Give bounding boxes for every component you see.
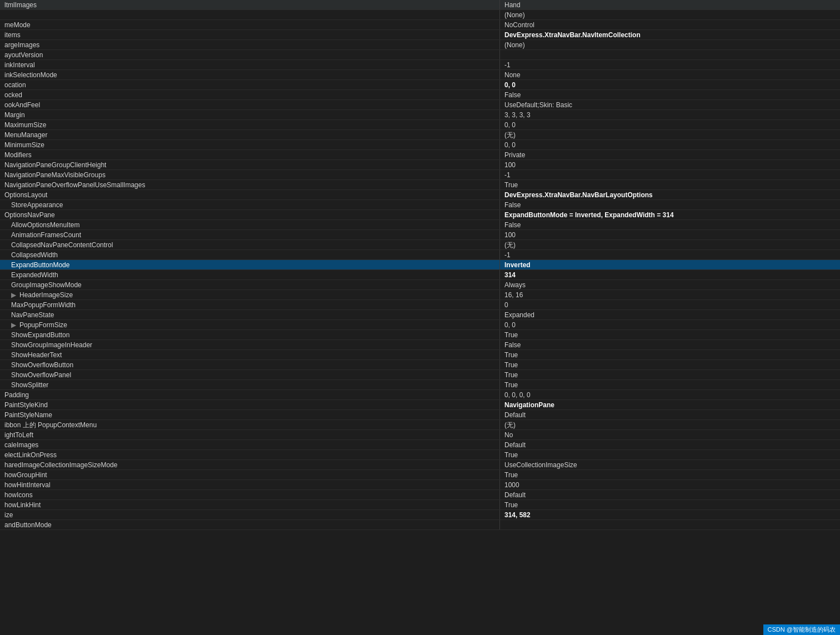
property-value: False	[500, 90, 840, 99]
property-name: ize	[0, 510, 500, 519]
table-row[interactable]: ize314, 582	[0, 510, 840, 520]
table-row[interactable]: ocation0, 0	[0, 80, 840, 90]
property-value: 100	[500, 230, 840, 239]
property-value: 0, 0	[500, 120, 840, 129]
expand-arrow-icon[interactable]: ▶	[11, 290, 18, 299]
table-row[interactable]: PaintStyleKindNavigationPane	[0, 400, 840, 410]
property-value: UseDefault;Skin: Basic	[500, 100, 840, 109]
property-name: ocation	[0, 80, 500, 89]
table-row[interactable]: meModeNoControl	[0, 20, 840, 30]
property-value: Inverted	[500, 260, 840, 269]
table-row[interactable]: StoreAppearanceFalse	[0, 200, 840, 210]
property-name: items	[0, 30, 500, 39]
table-row[interactable]: itemsDevExpress.XtraNavBar.NavItemCollec…	[0, 30, 840, 40]
property-value: True	[500, 180, 840, 189]
property-value: (None)	[500, 40, 840, 49]
property-name: ocked	[0, 90, 500, 99]
table-row[interactable]: ShowHeaderTextTrue	[0, 350, 840, 360]
property-value: 1000	[500, 480, 840, 489]
table-row[interactable]: argeImages(None)	[0, 40, 840, 50]
property-value: 100	[500, 160, 840, 169]
property-value: 0, 0	[500, 320, 840, 329]
footer-text: CSDN @智能制造的码农	[768, 626, 836, 633]
table-row[interactable]: andButtonMode	[0, 520, 840, 530]
property-value: True	[500, 330, 840, 339]
table-row[interactable]: ltmlImagesHand	[0, 0, 840, 10]
property-value	[500, 520, 840, 529]
table-row[interactable]: howHintInterval1000	[0, 480, 840, 490]
property-name: ookAndFeel	[0, 100, 500, 109]
table-row[interactable]: ightToLeftNo	[0, 430, 840, 440]
table-row[interactable]: ModifiersPrivate	[0, 150, 840, 160]
table-row[interactable]: ShowGroupImageInHeaderFalse	[0, 340, 840, 350]
table-row[interactable]: ockedFalse	[0, 90, 840, 100]
table-row[interactable]: OptionsNavPaneExpandButtonMode = Inverte…	[0, 210, 840, 220]
table-row[interactable]: inkInterval-1	[0, 60, 840, 70]
property-name: CollapsedWidth	[0, 250, 500, 259]
table-row[interactable]: ShowOverflowButtonTrue	[0, 360, 840, 370]
property-value: Always	[500, 280, 840, 289]
table-row[interactable]: caleImagesDefault	[0, 440, 840, 450]
table-row[interactable]: NavPaneStateExpanded	[0, 310, 840, 320]
table-row[interactable]: ookAndFeelUseDefault;Skin: Basic	[0, 100, 840, 110]
table-row[interactable]: NavigationPaneMaxVisibleGroups-1	[0, 170, 840, 180]
property-name: ShowGroupImageInHeader	[0, 340, 500, 349]
expand-arrow-icon[interactable]: ▶	[11, 320, 18, 329]
property-value: Private	[500, 150, 840, 159]
table-row[interactable]: MenuManager(无)	[0, 130, 840, 140]
table-row[interactable]: ShowExpandButtonTrue	[0, 330, 840, 340]
table-row[interactable]: GroupImageShowModeAlways	[0, 280, 840, 290]
table-row[interactable]: ExpandButtonModeInverted	[0, 260, 840, 270]
property-grid: ltmlImagesHand(None)meModeNoControlitems…	[0, 0, 840, 635]
property-name: MinimumSize	[0, 140, 500, 149]
property-name: PaintStyleName	[0, 410, 500, 419]
property-value: 314, 582	[500, 510, 840, 519]
property-value	[500, 50, 840, 59]
property-name: Padding	[0, 390, 500, 399]
table-row[interactable]: AllowOptionsMenuItemFalse	[0, 220, 840, 230]
table-row[interactable]: PaintStyleNameDefault	[0, 410, 840, 420]
property-value: 3, 3, 3, 3	[500, 110, 840, 119]
property-value: -1	[500, 250, 840, 259]
table-row[interactable]: Margin3, 3, 3, 3	[0, 110, 840, 120]
property-name: argeImages	[0, 40, 500, 49]
table-row[interactable]: CollapsedNavPaneContentControl(无)	[0, 240, 840, 250]
property-name: howLinkHint	[0, 500, 500, 509]
property-value: (无)	[500, 420, 840, 429]
table-row[interactable]: howGroupHintTrue	[0, 470, 840, 480]
property-value: 0, 0	[500, 140, 840, 149]
table-row[interactable]: Padding0, 0, 0, 0	[0, 390, 840, 400]
table-row[interactable]: ShowOverflowPanelTrue	[0, 370, 840, 380]
table-row[interactable]: ▶ HeaderImageSize16, 16	[0, 290, 840, 300]
table-row[interactable]: howLinkHintTrue	[0, 500, 840, 510]
table-row[interactable]: (None)	[0, 10, 840, 20]
table-row[interactable]: CollapsedWidth-1	[0, 250, 840, 260]
table-row[interactable]: electLinkOnPressTrue	[0, 450, 840, 460]
table-row[interactable]: howIconsDefault	[0, 490, 840, 500]
table-row[interactable]: MaxPopupFormWidth0	[0, 300, 840, 310]
table-row[interactable]: ExpandedWidth314	[0, 270, 840, 280]
property-value: 314	[500, 270, 840, 279]
property-value: -1	[500, 170, 840, 179]
table-row[interactable]: ▶ PopupFormSize0, 0	[0, 320, 840, 330]
table-row[interactable]: MinimumSize0, 0	[0, 140, 840, 150]
table-row[interactable]: haredImageCollectionImageSizeModeUseColl…	[0, 460, 840, 470]
property-name: MenuManager	[0, 130, 500, 139]
property-name: andButtonMode	[0, 520, 500, 529]
table-row[interactable]: NavigationPaneGroupClientHeight100	[0, 160, 840, 170]
table-row[interactable]: NavigationPaneOverflowPanelUseSmallImage…	[0, 180, 840, 190]
table-row[interactable]: ayoutVersion	[0, 50, 840, 60]
property-name: ▶ HeaderImageSize	[0, 290, 500, 299]
table-row[interactable]: MaximumSize0, 0	[0, 120, 840, 130]
property-name: ShowExpandButton	[0, 330, 500, 339]
property-name: PaintStyleKind	[0, 400, 500, 409]
table-row[interactable]: inkSelectionModeNone	[0, 70, 840, 80]
property-value: 0, 0, 0, 0	[500, 390, 840, 399]
table-row[interactable]: ShowSplitterTrue	[0, 380, 840, 390]
property-value: No	[500, 430, 840, 439]
table-row[interactable]: OptionsLayoutDevExpress.XtraNavBar.NavBa…	[0, 190, 840, 200]
table-row[interactable]: ibbon 上的 PopupContextMenu(无)	[0, 420, 840, 430]
table-row[interactable]: AnimationFramesCount100	[0, 230, 840, 240]
property-name: ltmlImages	[0, 0, 500, 9]
property-name: inkSelectionMode	[0, 70, 500, 79]
